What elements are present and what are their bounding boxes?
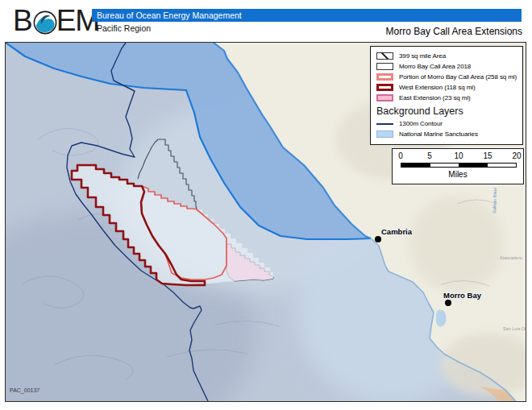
scale-tick: 15 <box>483 151 492 160</box>
legend: 399 sq mile AreaMorro Bay Call Area 2018… <box>370 46 523 145</box>
legend-item-label: Morro Bay Call Area 2018 <box>399 63 471 70</box>
legend-item-label: 1300m Contour <box>399 120 443 127</box>
legend-item: National Marine Sanctuaries <box>376 129 519 139</box>
header-bar: Bureau of Ocean Energy Management <box>92 9 522 22</box>
legend-item-label: Portion of Morro Bay Call Area (258 sq m… <box>399 73 517 81</box>
line-navy-swatch <box>376 123 393 125</box>
legend-background-items: 1300m ContourNational Marine Sanctuaries <box>376 118 519 139</box>
scale-bar-track <box>401 163 517 168</box>
wave-icon <box>33 10 57 35</box>
legend-item-label: National Marine Sanctuaries <box>399 130 478 138</box>
legend-item-label: 399 sq mile Area <box>399 52 446 60</box>
legend-item-label: East Extension (23 sq mi) <box>399 94 471 101</box>
san-luis-label: San Luis Ob <box>503 326 526 331</box>
agency-name: Bureau of Ocean Energy Management <box>92 10 242 20</box>
legend-item: 399 sq mile Area <box>376 51 519 61</box>
scale-segment <box>488 164 517 167</box>
legend-item: East Extension (23 sq mi) <box>376 93 519 103</box>
outline-lightred-swatch <box>376 73 393 81</box>
salinas-river-label: Salinas River <box>492 187 497 213</box>
scale-segment <box>459 164 488 167</box>
scale-unit-label: Miles <box>393 170 523 179</box>
region-name: Pacific Region <box>97 23 151 33</box>
map-canvas: Cambria Morro Bay Atascadero San Luis Ob… <box>5 42 526 402</box>
page: B EM Bureau of Ocean Energy Management P… <box>0 0 532 410</box>
scale-tick: 20 <box>512 151 521 160</box>
outline-black-swatch <box>376 63 393 70</box>
cambria-label: Cambria <box>381 227 413 236</box>
boem-logo: B EM <box>13 2 99 39</box>
scale-segment <box>430 164 459 167</box>
legend-item: Portion of Morro Bay Call Area (258 sq m… <box>376 72 519 82</box>
map-title: Morro Bay Call Area Extensions <box>200 26 522 37</box>
morro-bay-estuary <box>436 310 447 327</box>
fill-pink-swatch <box>376 94 393 101</box>
map-id-label: PAC_00137 <box>10 387 39 393</box>
scale-tick: 10 <box>454 151 463 160</box>
scale-bar: 05101520 Miles <box>392 148 524 184</box>
legend-item: Morro Bay Call Area 2018 <box>376 61 519 72</box>
scale-tick: 0 <box>398 151 403 160</box>
legend-items: 399 sq mile AreaMorro Bay Call Area 2018… <box>376 51 519 103</box>
scale-ticks: 05101520 <box>393 151 523 161</box>
atascadero-label: Atascadero <box>500 255 522 260</box>
legend-item-label: West Extension (118 sq mi) <box>399 84 475 91</box>
legend-background-heading: Background Layers <box>376 106 519 117</box>
hatch-swatch <box>376 52 393 60</box>
scale-tick: 5 <box>427 151 432 160</box>
cambria-dot <box>375 236 381 242</box>
scale-segment <box>401 164 430 167</box>
legend-item: 1300m Contour <box>376 118 519 129</box>
logo-letter-b: B <box>13 3 32 39</box>
morro-bay-label: Morro Bay <box>443 291 482 300</box>
legend-item: West Extension (118 sq mi) <box>376 82 519 93</box>
outline-darkred-swatch <box>376 84 393 91</box>
morro-bay-dot <box>445 300 451 306</box>
fill-lightblue-swatch <box>376 130 393 138</box>
